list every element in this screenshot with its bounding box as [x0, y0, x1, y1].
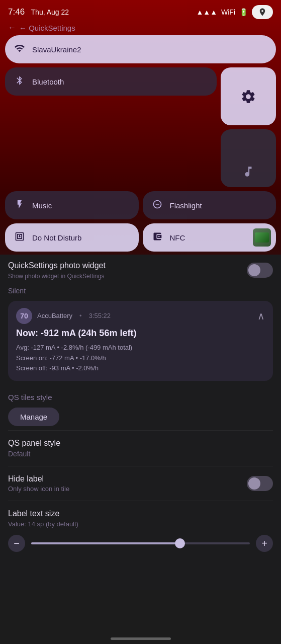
qs-tiles-style-title: QS tiles style [8, 393, 273, 401]
back-arrow-icon: ← [8, 23, 16, 32]
hide-label-sub: Only show icon in tile [8, 485, 69, 493]
slider-fill [31, 542, 180, 544]
notif-separator: • [79, 312, 82, 319]
wifi-icon: WiFi [221, 8, 235, 16]
hide-label-section: Hide label Only show icon in tile [8, 466, 273, 501]
notif-detail-3: Screen off: -93 mA • -2.0%/h [16, 363, 265, 374]
back-nav[interactable]: ← ← QuickSettings [0, 22, 281, 32]
status-bar: 7:46 Thu, Aug 22 ▲▲▲ WiFi 🔋 [0, 0, 281, 22]
tile-music[interactable] [221, 129, 276, 187]
flashlight-tile-icon [13, 199, 26, 212]
back-nav-label: ← QuickSettings [19, 24, 75, 32]
date-text: Thu, Aug 22 [31, 8, 69, 16]
photo-widget-row: QuickSettings photo widget Show photo wi… [8, 255, 273, 284]
tile-nfc[interactable]: Do Not Disturb [5, 223, 139, 252]
label-text-size-sub: Value: 14 sp (by default) [8, 520, 273, 528]
accubattery-icon: 70 [16, 308, 32, 324]
slider-plus-button[interactable]: + [256, 535, 273, 552]
nfc-tile-label: Do Not Disturb [32, 233, 81, 242]
home-indicator [111, 637, 171, 640]
nfc-tile-icon [13, 231, 26, 244]
tile-wallet[interactable]: NFC [143, 223, 276, 252]
dnd-tile-label: Flashlight [170, 201, 202, 210]
slider-row: − + [8, 535, 273, 552]
battery-icon: 🔋 [239, 8, 248, 16]
slider-thumb[interactable] [175, 538, 185, 548]
notification-app-row: 70 AccuBattery • 3:55:22 [16, 308, 111, 324]
tile-settings[interactable] [221, 67, 276, 125]
notif-detail-1: Avg: -127 mA • -2.8%/h (-499 mAh total) [16, 343, 265, 353]
dnd-tile-icon [151, 199, 164, 212]
notification-card: 70 AccuBattery • 3:55:22 ∧ Now: -912 mA … [8, 301, 273, 381]
tile-bluetooth[interactable]: Bluetooth [5, 67, 217, 96]
panel-style-section[interactable]: QS panel style Default [8, 430, 273, 466]
wifi-tile-icon [13, 43, 26, 56]
time-text: 7:46 [8, 7, 25, 17]
silent-label: Silent [8, 284, 273, 297]
location-icon [258, 8, 267, 17]
slider-track[interactable] [31, 542, 250, 544]
panel-style-title: QS panel style [8, 439, 273, 448]
hide-label-title: Hide label [8, 474, 69, 484]
status-time: 7:46 Thu, Aug 22 [8, 7, 69, 17]
photo-widget-sub: Show photo widget in QuickSettings [8, 273, 106, 280]
notif-main-text: Now: -912 mA (24h 56m left) [16, 328, 265, 339]
label-text-size-section: Label text size Value: 14 sp (by default… [8, 501, 273, 560]
tile-wifi[interactable]: SlavaUkraine2 [5, 35, 276, 63]
bluetooth-tile-icon [13, 75, 26, 88]
music-tile-icon [242, 165, 255, 178]
qs-tiles-style-section: QS tiles style Manage [8, 385, 273, 430]
flashlight-tile-label: Music [32, 201, 52, 210]
notif-details: Avg: -127 mA • -2.8%/h (-499 mAh total) … [16, 343, 265, 374]
notif-app-name: AccuBattery [37, 312, 72, 319]
location-button[interactable] [252, 5, 273, 19]
photo-widget-title: QuickSettings photo widget [8, 261, 106, 271]
manage-button[interactable]: Manage [8, 408, 59, 426]
tile-flashlight[interactable]: Music [5, 191, 139, 219]
photo-widget-toggle[interactable] [247, 263, 273, 278]
notification-header: 70 AccuBattery • 3:55:22 ∧ [16, 308, 265, 324]
notif-time: 3:55:22 [89, 312, 111, 319]
panel-style-value: Default [8, 450, 273, 458]
notif-expand-button[interactable]: ∧ [257, 310, 265, 322]
tile-donotdisturb[interactable]: Flashlight [143, 191, 276, 219]
settings-tile-icon [240, 89, 256, 105]
hide-label-toggle[interactable] [247, 476, 273, 491]
wallet-card-thumbnail [253, 228, 271, 247]
wallet-tile-icon [151, 231, 164, 244]
notif-detail-2: Screen on: -772 mA • -17.0%/h [16, 353, 265, 364]
signal-icon: ▲▲▲ [196, 8, 217, 16]
status-bar-right: ▲▲▲ WiFi 🔋 [196, 5, 273, 19]
label-text-size-title: Label text size [8, 509, 273, 518]
wallet-tile-label: NFC [170, 233, 185, 242]
bluetooth-tile-label: Bluetooth [32, 77, 64, 86]
slider-minus-button[interactable]: − [8, 535, 25, 552]
wifi-tile-label: SlavaUkraine2 [32, 45, 81, 54]
